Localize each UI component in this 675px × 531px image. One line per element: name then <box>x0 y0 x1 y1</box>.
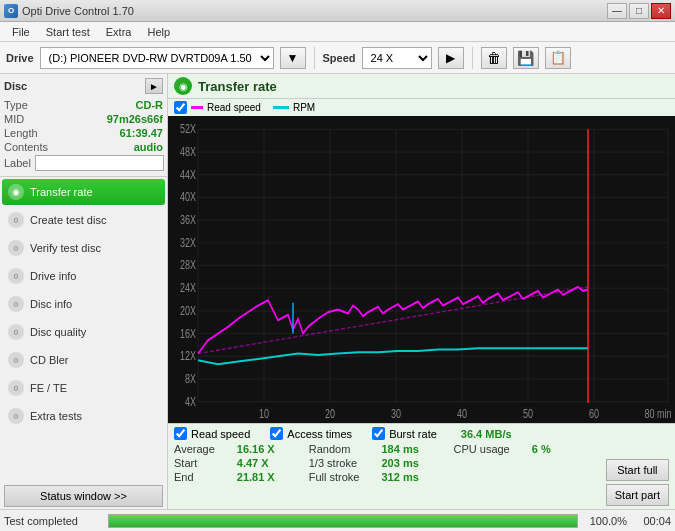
menu-extra[interactable]: Extra <box>98 24 140 40</box>
burst-rate-check-text: Burst rate <box>389 428 437 440</box>
drive-select[interactable]: (D:) PIONEER DVD-RW DVRTD09A 1.50 <box>40 47 274 69</box>
nav-section: ◉ Transfer rate ○ Create test disc ○ Ver… <box>0 177 167 483</box>
svg-text:80 min: 80 min <box>644 406 671 420</box>
toolbar-separator <box>314 47 315 69</box>
progress-bar-fill <box>109 515 577 527</box>
svg-text:50: 50 <box>523 406 533 420</box>
burst-rate-check-label[interactable]: Burst rate <box>372 427 437 440</box>
right-panel: ◉ Transfer rate Read speed RPM <box>168 74 675 509</box>
svg-text:28X: 28X <box>180 258 196 272</box>
svg-text:8X: 8X <box>185 372 196 386</box>
nav-verify-test-disc-label: Verify test disc <box>30 242 101 254</box>
cd-bler-icon: ○ <box>8 352 24 368</box>
nav-transfer-rate[interactable]: ◉ Transfer rate <box>2 179 165 205</box>
status-window-button[interactable]: Status window >> <box>4 485 163 507</box>
disc-length-value: 61:39.47 <box>120 127 163 139</box>
speed-label: Speed <box>323 52 356 64</box>
disc-length-row: Length 61:39.47 <box>4 126 163 140</box>
menu-start-test[interactable]: Start test <box>38 24 98 40</box>
verify-test-disc-icon: ○ <box>8 240 24 256</box>
stats-area: Read speed Access times Burst rate 36.4 … <box>168 423 675 509</box>
fe-te-icon: ○ <box>8 380 24 396</box>
status-bar: Test completed 100.0% 00:04 <box>0 509 675 531</box>
read-speed-color <box>191 106 203 109</box>
main-layout: Disc ► Type CD-R MID 97m26s66f Length 61… <box>0 74 675 509</box>
svg-text:32X: 32X <box>180 235 196 249</box>
disc-section: Disc ► Type CD-R MID 97m26s66f Length 61… <box>0 74 167 177</box>
nav-create-test-disc[interactable]: ○ Create test disc <box>2 207 165 233</box>
svg-text:10: 10 <box>259 406 269 420</box>
speed-select[interactable]: 24 X <box>362 47 432 69</box>
left-panel: Disc ► Type CD-R MID 97m26s66f Length 61… <box>0 74 168 509</box>
drive-arrow-button[interactable]: ▼ <box>280 47 306 69</box>
end-label: End <box>174 471 231 483</box>
drive-info-icon: ○ <box>8 268 24 284</box>
chart-area: 52X 48X 44X 40X 36X 32X 28X 24X 20X 16X … <box>168 116 675 423</box>
nav-fe-te[interactable]: ○ FE / TE <box>2 375 165 401</box>
save-button[interactable]: 📋 <box>545 47 571 69</box>
start-part-button[interactable]: Start part <box>606 484 669 506</box>
disc-mid-label: MID <box>4 113 24 125</box>
nav-drive-info-label: Drive info <box>30 270 76 282</box>
window-title: Opti Drive Control 1.70 <box>22 5 134 17</box>
svg-text:30: 30 <box>391 406 401 420</box>
disc-type-label: Type <box>4 99 28 111</box>
svg-text:44X: 44X <box>180 167 196 181</box>
status-text: Test completed <box>4 515 104 527</box>
close-button[interactable]: ✕ <box>651 3 671 19</box>
nav-drive-info[interactable]: ○ Drive info <box>2 263 165 289</box>
svg-text:20X: 20X <box>180 304 196 318</box>
disc-length-label: Length <box>4 127 38 139</box>
minimize-button[interactable]: — <box>607 3 627 19</box>
status-percent: 100.0% <box>582 515 627 527</box>
access-times-check-text: Access times <box>287 428 352 440</box>
chart-header: ◉ Transfer rate <box>168 74 675 99</box>
access-times-check-label[interactable]: Access times <box>270 427 352 440</box>
title-bar: O Opti Drive Control 1.70 — □ ✕ <box>0 0 675 22</box>
nav-disc-info[interactable]: ○ Disc info <box>2 291 165 317</box>
rpm-color <box>273 106 289 109</box>
info-button[interactable]: 💾 <box>513 47 539 69</box>
maximize-button[interactable]: □ <box>629 3 649 19</box>
nav-create-test-disc-label: Create test disc <box>30 214 106 226</box>
access-times-check[interactable] <box>270 427 283 440</box>
disc-arrow-button[interactable]: ► <box>145 78 163 94</box>
create-test-disc-icon: ○ <box>8 212 24 228</box>
cpu-usage-value: 6 % <box>532 443 598 455</box>
one-third-stroke-label: 1/3 stroke <box>309 457 376 469</box>
svg-text:36X: 36X <box>180 213 196 227</box>
menu-file[interactable]: File <box>4 24 38 40</box>
average-value: 16.16 X <box>237 443 303 455</box>
app-icon: O <box>4 4 18 18</box>
rpm-label: RPM <box>293 102 315 113</box>
read-speed-checkbox[interactable] <box>174 101 187 114</box>
random-value: 184 ms <box>381 443 447 455</box>
nav-extra-tests[interactable]: ○ Extra tests <box>2 403 165 429</box>
nav-cd-bler[interactable]: ○ CD Bler <box>2 347 165 373</box>
svg-text:52X: 52X <box>180 122 196 136</box>
legend-read-speed: Read speed <box>174 101 261 114</box>
cpu-usage-label: CPU usage <box>453 443 525 455</box>
toolbar: Drive (D:) PIONEER DVD-RW DVRTD09A 1.50 … <box>0 42 675 74</box>
start-full-button[interactable]: Start full <box>606 459 669 481</box>
one-third-stroke-value: 203 ms <box>381 457 447 469</box>
full-stroke-label: Full stroke <box>309 471 376 483</box>
nav-extra-tests-label: Extra tests <box>30 410 82 422</box>
read-speed-check[interactable] <box>174 427 187 440</box>
speed-forward-button[interactable]: ▶ <box>438 47 464 69</box>
nav-disc-quality[interactable]: ○ Disc quality <box>2 319 165 345</box>
read-speed-check-label[interactable]: Read speed <box>174 427 250 440</box>
window-controls: — □ ✕ <box>607 3 671 19</box>
svg-text:60: 60 <box>589 406 599 420</box>
nav-verify-test-disc[interactable]: ○ Verify test disc <box>2 235 165 261</box>
progress-bar-container <box>108 514 578 528</box>
menu-help[interactable]: Help <box>139 24 178 40</box>
disc-info-icon: ○ <box>8 296 24 312</box>
svg-text:48X: 48X <box>180 145 196 159</box>
disc-title: Disc <box>4 80 27 92</box>
burst-rate-check[interactable] <box>372 427 385 440</box>
disc-type-value: CD-R <box>136 99 164 111</box>
erase-button[interactable]: 🗑 <box>481 47 507 69</box>
chart-legend: Read speed RPM <box>168 99 675 116</box>
disc-label-input[interactable] <box>35 155 164 171</box>
